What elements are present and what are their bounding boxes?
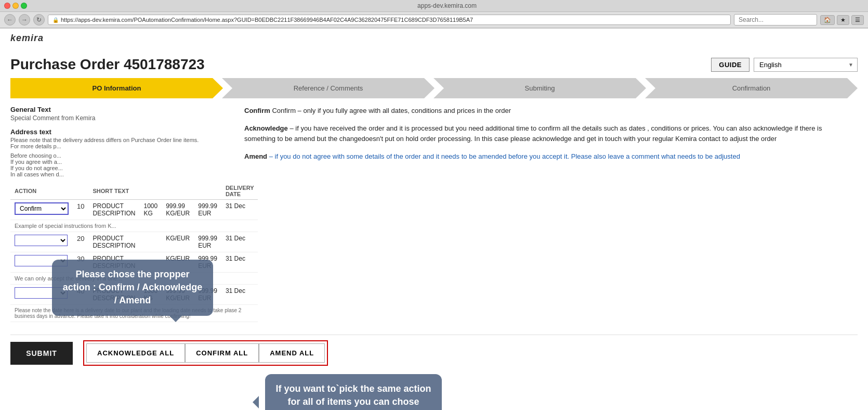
amend-desc: Amend – if you do not agree with some de…	[244, 151, 850, 162]
action-cell-20[interactable]: Confirm Acknowledge Amend	[10, 232, 73, 252]
language-select[interactable]: English Finnish German Swedish	[754, 58, 858, 72]
action-select-10[interactable]: Confirm Acknowledge Amend	[15, 202, 69, 215]
short-text-20: PRODUCT DESCRIPTION	[88, 232, 139, 252]
total-20: 999.99 EUR	[194, 232, 221, 252]
col-short-text: SHORT TEXT	[88, 183, 139, 200]
guide-button[interactable]: GUIDE	[711, 58, 749, 72]
sub-text-30: We can only accept the delivery in a one…	[10, 273, 258, 285]
unit-price-40: 999.99 KG/EUR	[162, 285, 194, 305]
table-row: Confirm Acknowledge Amend 20 PRODUCT DES…	[10, 232, 258, 252]
page-content: kemira Purchase Order 4501788723 GUIDE E…	[0, 29, 868, 371]
page-header: Purchase Order 4501788723 GUIDE English …	[10, 48, 858, 78]
tab-reference-comments[interactable]: Reference / Comments	[222, 78, 435, 98]
total-30: 999.99 EUR	[194, 252, 221, 273]
browser-title: apps-dev.kemira.com	[30, 2, 864, 9]
general-text-sub: Special Comment from Kemira	[10, 114, 227, 122]
tab-confirmation[interactable]: Confirmation	[645, 78, 858, 98]
confirm-desc: Confirm Confirm – only if you fully agre…	[244, 106, 850, 116]
confirm-all-button[interactable]: CONFIRM ALL	[185, 343, 259, 363]
tooltip-all-actions-bubble: If you want to`pick the same action for …	[265, 374, 442, 410]
short-text-30: PRODUCT DESCRIPTION	[88, 252, 139, 273]
refresh-button[interactable]: ↻	[33, 14, 45, 25]
amend-heading: Amend	[244, 152, 267, 160]
nav-actions: 🏠 ★ ☰	[820, 15, 864, 25]
col-qty	[139, 183, 162, 200]
tooltip-all-actions-text: If you want to`pick the same action for …	[275, 383, 431, 410]
language-selector-wrapper: English Finnish German Swedish	[754, 58, 858, 72]
sub-row-40: Please note the date here is a delivery …	[10, 305, 258, 322]
sub-row-30: We can only accept the delivery in a one…	[10, 273, 258, 285]
action-cell-10[interactable]: Confirm Acknowledge Amend	[10, 200, 73, 220]
action-select-30[interactable]: Confirm Acknowledge Amend	[15, 255, 68, 266]
main-area: General Text Special Comment from Kemira…	[10, 98, 858, 329]
line-num-40: 40	[73, 285, 88, 305]
qty-10: 1000 KG	[139, 200, 162, 220]
action-select-40[interactable]: Confirm Acknowledge Amend	[15, 287, 68, 299]
submit-button[interactable]: SUBMIT	[10, 342, 73, 365]
sub-text-40: Please note the date here is a delivery …	[10, 305, 258, 322]
before-choosing-text: Before choosing o...If you agree with a.…	[10, 152, 227, 177]
address-text-body: Please note that the delivery address di…	[10, 137, 227, 149]
tab-submiting[interactable]: Submiting	[433, 78, 646, 98]
back-button[interactable]: ←	[4, 14, 16, 25]
lock-icon: 🔒	[52, 17, 59, 23]
col-line	[73, 183, 88, 200]
table-row: Confirm Acknowledge Amend 40 PRODUCT DES…	[10, 285, 258, 305]
browser-titlebar: apps-dev.kemira.com	[0, 0, 868, 12]
right-panel: Confirm Confirm – only if you fully agre…	[234, 98, 858, 329]
bookmark-button[interactable]: ★	[837, 15, 849, 25]
traffic-green[interactable]	[21, 3, 27, 9]
acknowledge-all-button[interactable]: ACKNOWLEDGE ALL	[86, 343, 185, 363]
footer-bar: SUBMIT ACKNOWLEDGE ALL CONFIRM ALL AMEND…	[10, 335, 858, 371]
tabs-bar: PO Information Reference / Comments Subm…	[10, 78, 858, 98]
line-num-20: 20	[73, 232, 88, 252]
url-text: https://apps-dev.kemira.com/POAutomation…	[61, 17, 726, 23]
address-text-title: Address text	[10, 128, 227, 136]
page-title: Purchase Order 4501788723	[10, 56, 205, 73]
action-select-20[interactable]: Confirm Acknowledge Amend	[15, 235, 68, 246]
general-text-title: General Text	[10, 106, 227, 113]
qty-40: 1000 KG	[139, 285, 162, 305]
unit-price-30: KG/EUR	[162, 252, 194, 273]
action-group: ACKNOWLEDGE ALL CONFIRM ALL AMEND ALL	[83, 340, 328, 366]
qty-30	[139, 252, 162, 273]
settings-button[interactable]: ☰	[851, 15, 864, 25]
col-unit-price	[162, 183, 194, 200]
action-cell-40[interactable]: Confirm Acknowledge Amend	[10, 285, 73, 305]
col-action: ACTION	[10, 183, 73, 200]
acknowledge-desc: Acknowledge – if you have received the o…	[244, 123, 850, 144]
home-button[interactable]: 🏠	[820, 15, 835, 25]
traffic-red[interactable]	[4, 3, 10, 9]
col-total	[194, 183, 221, 200]
unit-price-10: 999.99 KG/EUR	[162, 200, 194, 220]
kemira-logo: kemira	[10, 29, 858, 48]
po-table: ACTION SHORT TEXT DELIVERY DATE	[10, 183, 258, 322]
search-input[interactable]	[734, 14, 817, 25]
confirm-heading: Confirm	[244, 107, 270, 114]
header-right: GUIDE English Finnish German Swedish	[711, 58, 858, 72]
acknowledge-heading: Acknowledge	[244, 124, 288, 132]
acknowledge-text: – if you have received the order and it …	[244, 124, 822, 143]
total-40: 999.99 EUR	[194, 285, 221, 305]
short-text-40: PRODUCT DESCRIPTION	[88, 285, 139, 305]
sub-text-10: Example of special instructions from K..…	[10, 220, 258, 232]
action-cell-30[interactable]: Confirm Acknowledge Amend	[10, 252, 73, 273]
line-num-30: 30	[73, 252, 88, 273]
tab-po-information[interactable]: PO Information	[10, 78, 223, 98]
amend-all-button[interactable]: AMEND ALL	[259, 343, 325, 363]
qty-20	[139, 232, 162, 252]
table-row: Confirm Acknowledge Amend 10 PRODUCT DES…	[10, 200, 258, 220]
total-10: 999.99 EUR	[194, 200, 221, 220]
short-text-10: PRODUCT DESCRIPTION	[88, 200, 139, 220]
main-wrapper: General Text Special Comment from Kemira…	[10, 98, 858, 371]
url-bar[interactable]: 🔒 https://apps-dev.kemira.com/POAutomati…	[48, 15, 731, 25]
unit-price-20: KG/EUR	[162, 232, 194, 252]
forward-button[interactable]: →	[19, 14, 30, 25]
traffic-yellow[interactable]	[12, 3, 19, 9]
amend-text: – if you do not agree with some details …	[269, 152, 740, 160]
line-num-10: 10	[73, 200, 88, 220]
sub-row-10: Example of special instructions from K..…	[10, 220, 258, 232]
table-row: Confirm Acknowledge Amend 30 PRODUCT DES…	[10, 252, 258, 273]
confirm-text: Confirm – only if you fully agree with a…	[272, 107, 511, 114]
left-panel: General Text Special Comment from Kemira…	[10, 98, 234, 329]
